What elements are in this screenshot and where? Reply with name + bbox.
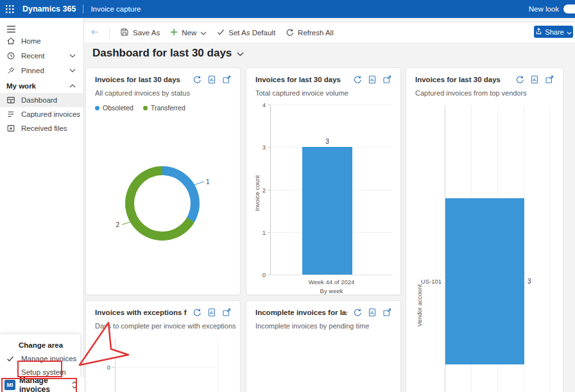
sidebar-item-label: Captured invoices: [21, 110, 80, 118]
sidebar-item-pinned[interactable]: Pinned: [0, 64, 83, 78]
set-as-default-button[interactable]: Set As Default: [217, 28, 275, 37]
waffle-icon[interactable]: [6, 5, 15, 13]
chevron-down-icon: [200, 29, 207, 37]
x-category-label: Week 44 of 2024: [270, 278, 393, 285]
share-button[interactable]: Share: [534, 26, 573, 38]
card-invoices-by-status: Invoices for last 30 days All captured i…: [85, 67, 241, 295]
sidebar-item-label: Dashboard: [21, 96, 57, 104]
refresh-all-button[interactable]: Refresh All: [286, 28, 334, 38]
exceptions-chart: 0: [86, 301, 240, 392]
new-look-label: New look: [529, 5, 559, 13]
inbox-icon: [6, 124, 15, 133]
new-label: New: [182, 29, 196, 37]
popout-icon[interactable]: [382, 308, 391, 317]
y-tick-label: 2: [246, 187, 266, 194]
legend-dot-1: [143, 106, 148, 110]
bar: [445, 198, 524, 364]
save-as-label: Save As: [133, 29, 160, 37]
donut-value-label: 2: [116, 221, 119, 228]
card-title: Invoices for last 30 days: [95, 76, 187, 83]
menu-item-manage-invoices[interactable]: Manage invoices: [0, 352, 80, 366]
volume-bar-chart: Week 44 of 2024 By week Invoice count 01…: [246, 68, 400, 294]
menu-item-label: Setup system: [21, 368, 66, 376]
plus-icon: [170, 28, 178, 37]
legend-item: Obsoleted: [95, 104, 133, 112]
topbar-divider: [83, 4, 83, 13]
share-icon: [535, 28, 542, 36]
gridline: [550, 105, 551, 392]
gridline: [218, 338, 218, 392]
refresh-icon[interactable]: [193, 75, 202, 84]
y-axis-line: [115, 338, 116, 392]
gridline: [270, 275, 393, 275]
change-area-flyout: Change area Manage invoices Setup system: [0, 334, 80, 377]
back-button[interactable]: [90, 28, 99, 38]
updown-icon: [71, 380, 78, 389]
y-tick-label: 0: [246, 271, 266, 278]
donut-chart: [125, 166, 200, 241]
sidebar-item-label: Pinned: [21, 67, 44, 74]
sidebar-item-received-files[interactable]: Received files: [0, 121, 83, 135]
area-selector[interactable]: MI Manage invoices: [0, 377, 84, 392]
report-icon[interactable]: [368, 308, 377, 317]
area-label: Manage invoices: [19, 376, 71, 392]
set-as-default-label: Set As Default: [228, 29, 275, 37]
app-window: Dynamics 365 Invoice capture New look Ho…: [0, 0, 575, 392]
sidebar-item-home[interactable]: Home: [0, 34, 83, 48]
bar-value-label: 3: [528, 278, 531, 285]
x-axis-title: By week: [270, 287, 393, 294]
check-icon: [217, 28, 225, 37]
page-title[interactable]: Dashboard for last 30 days: [92, 47, 244, 60]
menu-item-label: Manage invoices: [21, 355, 76, 362]
save-as-button[interactable]: Save As: [120, 28, 160, 38]
sidebar-item-label: Received files: [21, 124, 67, 132]
bar: [302, 147, 352, 275]
y-tick-label: 1: [246, 229, 266, 236]
report-icon[interactable]: [207, 75, 216, 84]
popout-icon[interactable]: [222, 75, 231, 84]
card-title: Incomplete invoices for last 30 days: [255, 309, 347, 316]
back-arrow-icon: [90, 28, 99, 38]
sidebar-item-captured-invoices[interactable]: Captured invoices: [0, 107, 83, 121]
change-area-header: Change area: [0, 338, 80, 352]
legend-label: Obsoleted: [103, 104, 133, 112]
sidebar-item-dashboard[interactable]: Dashboard: [0, 93, 83, 107]
dashboard-icon: [6, 96, 15, 105]
tick-mark: [268, 275, 270, 275]
card-exceptions: Invoices with exceptions for last 30 day…: [85, 300, 241, 392]
card-subtitle: All captured invoices by status: [86, 84, 240, 97]
chevron-up-icon: [69, 84, 76, 88]
donut-value-label: 1: [206, 178, 210, 185]
legend-dot-0: [95, 106, 99, 110]
y-tick-label: 3: [246, 144, 266, 151]
top-app-bar: Dynamics 365 Invoice capture New look: [0, 0, 575, 18]
brand-title[interactable]: Dynamics 365: [22, 4, 76, 13]
chevron-down-icon: [69, 69, 76, 72]
chevron-down-icon: [69, 54, 76, 58]
chart-legend: Obsoleted Transferred: [95, 104, 240, 112]
toolbar-divider: [109, 27, 110, 38]
sidebar-item-label: Recent: [21, 52, 44, 60]
sidebar-item-recent[interactable]: Recent: [0, 49, 83, 63]
sidebar-section-my-work[interactable]: My work: [0, 79, 83, 93]
home-icon: [6, 37, 15, 46]
chevron-down-icon: [237, 47, 244, 60]
y-axis-line: [270, 105, 271, 275]
new-button[interactable]: New: [170, 28, 207, 37]
area-badge: MI: [4, 380, 15, 390]
bar-value-label: 3: [302, 138, 352, 145]
check-icon: [6, 355, 15, 362]
list-icon: [6, 110, 15, 119]
legend-label: Transferred: [151, 104, 185, 112]
y-category-label: US-101: [406, 278, 442, 285]
gridline: [115, 367, 218, 368]
new-look-toggle[interactable]: [563, 4, 575, 13]
y-axis-title: Vendor account: [415, 254, 423, 357]
y-tick-label: 4: [246, 101, 266, 108]
card-subtitle: Incomplete invoices by pending time: [246, 317, 400, 330]
section-label: My work: [6, 82, 36, 90]
sidebar-item-label: Home: [21, 37, 41, 45]
refresh-all-label: Refresh All: [298, 29, 334, 37]
pin-icon: [6, 66, 15, 75]
refresh-icon[interactable]: [353, 308, 362, 317]
